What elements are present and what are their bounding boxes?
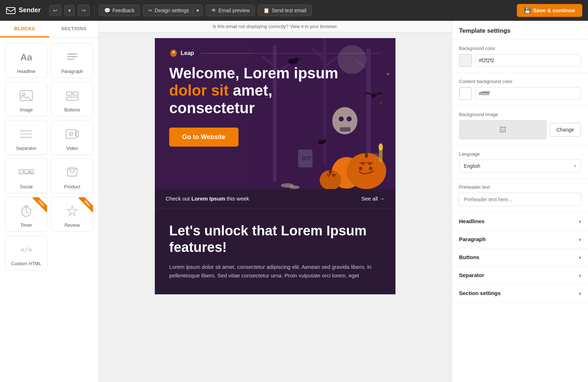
bg-image-preview: 🖼 bbox=[459, 120, 547, 139]
panel-title: Template settings bbox=[452, 21, 588, 40]
redo-button[interactable]: ↪ bbox=[78, 5, 90, 16]
settings-paragraph-expandable[interactable]: Paragraph › bbox=[452, 230, 588, 248]
language-dropdown[interactable]: English ▾ bbox=[459, 160, 581, 172]
email-hero-title: Welcome, Lorem ipsum dolor sit amet, con… bbox=[169, 65, 381, 117]
toolbar: Sender ↩ ▾ ↪ 💬 Feedback ✂ Design setting… bbox=[0, 0, 588, 21]
block-social-label: Social bbox=[20, 184, 32, 189]
settings-bg-image: Background image 🖼 Change bbox=[452, 106, 588, 146]
email-preview-button[interactable]: 👁 Email preview bbox=[206, 5, 255, 16]
block-headline-label: Headline bbox=[17, 69, 35, 74]
sidebar-tabs: BLOCKS SECTIONS bbox=[0, 21, 98, 38]
undo-button[interactable]: ↩ bbox=[49, 5, 61, 16]
block-timer-label: Timer bbox=[20, 222, 32, 228]
block-custom-html-label: Custom HTML bbox=[11, 261, 41, 266]
block-image-label: Image bbox=[20, 107, 33, 112]
buttons-icon bbox=[65, 88, 79, 103]
design-settings-button[interactable]: ✂ Design settings ▾ bbox=[143, 5, 203, 16]
send-test-button[interactable]: 📋 Send test email bbox=[258, 5, 312, 16]
svg-rect-57 bbox=[329, 169, 332, 174]
save-icon: 💾 bbox=[524, 7, 531, 14]
svg-rect-0 bbox=[6, 8, 15, 14]
block-separator[interactable]: Separator bbox=[5, 120, 47, 155]
svg-rect-11 bbox=[20, 137, 32, 138]
headline-icon: Aa bbox=[20, 49, 32, 65]
video-icon bbox=[65, 126, 79, 142]
block-headline[interactable]: Aa Headline bbox=[5, 43, 47, 78]
eye-icon: 👁 bbox=[211, 8, 216, 13]
svg-point-63 bbox=[387, 73, 389, 75]
paragraph-icon bbox=[66, 49, 79, 65]
banner-text: Check out Lorem Ipsum this week bbox=[166, 195, 249, 202]
undo-dropdown-button[interactable]: ▾ bbox=[64, 5, 75, 16]
timer-pro-badge bbox=[29, 197, 47, 215]
block-custom-html[interactable]: </> Custom HTML bbox=[5, 235, 47, 270]
preheader-input[interactable] bbox=[459, 193, 581, 206]
block-separator-label: Separator bbox=[16, 146, 36, 151]
block-social[interactable]: f in Social bbox=[5, 158, 47, 193]
settings-headlines[interactable]: Headlines › bbox=[452, 212, 588, 230]
feedback-icon: 💬 bbox=[104, 8, 110, 13]
settings-buttons-expandable[interactable]: Buttons › bbox=[452, 248, 588, 266]
block-video[interactable]: Video bbox=[51, 120, 93, 155]
svg-rect-7 bbox=[73, 92, 78, 95]
section2-body: Lorem ipsum dolor sit amet, consectetur … bbox=[169, 263, 381, 280]
bg-color-swatch[interactable] bbox=[459, 54, 472, 67]
svg-point-5 bbox=[22, 93, 25, 96]
bg-image-label: Background image bbox=[459, 112, 581, 117]
bg-image-change-button[interactable]: Change bbox=[550, 123, 581, 137]
tab-sections[interactable]: SECTIONS bbox=[49, 21, 98, 37]
banner-link[interactable]: See all → bbox=[361, 195, 385, 202]
block-image[interactable]: Image bbox=[5, 82, 47, 116]
canvas-content: RIP bbox=[99, 32, 452, 382]
content-bg-label: Content background color bbox=[459, 79, 581, 84]
email-hero[interactable]: RIP bbox=[155, 38, 395, 189]
separator-chevron-icon: › bbox=[579, 272, 581, 278]
section2-title: Let's unlock that Lorem Ipsum features! bbox=[169, 223, 381, 256]
settings-content-bg: Content background color bbox=[452, 73, 588, 106]
svg-rect-10 bbox=[20, 134, 32, 134]
content-bg-swatch[interactable] bbox=[459, 87, 472, 100]
svg-rect-6 bbox=[66, 92, 72, 95]
email-container: RIP bbox=[155, 38, 395, 294]
block-review[interactable]: Review bbox=[51, 197, 93, 232]
language-label: Language bbox=[459, 151, 581, 157]
email-banner: Check out Lorem Ipsum this week See all … bbox=[155, 189, 395, 208]
settings-section-settings[interactable]: Section settings › bbox=[452, 284, 588, 302]
review-pro-badge bbox=[75, 197, 93, 215]
svg-point-51 bbox=[369, 167, 372, 170]
block-product[interactable]: Product bbox=[51, 158, 93, 193]
block-buttons-label: Buttons bbox=[64, 107, 80, 112]
svg-rect-3 bbox=[67, 59, 74, 60]
headlines-chevron-icon: › bbox=[579, 218, 581, 224]
bg-color-label: Background color bbox=[459, 46, 581, 51]
svg-rect-52 bbox=[365, 152, 368, 158]
feedback-button[interactable]: 💬 Feedback bbox=[99, 5, 140, 16]
blocks-grid: Aa Headline Paragraph bbox=[0, 38, 98, 275]
separator-icon bbox=[19, 126, 33, 142]
content-bg-input[interactable] bbox=[475, 87, 581, 100]
buttons-chevron-icon: › bbox=[579, 254, 581, 260]
block-product-label: Product bbox=[64, 184, 80, 189]
design-settings-arrow[interactable]: ▾ bbox=[193, 8, 203, 13]
email-hero-cta[interactable]: Go to Website bbox=[169, 128, 239, 147]
image-placeholder-icon: 🖼 bbox=[499, 126, 506, 134]
email-section2: Let's unlock that Lorem Ipsum features! … bbox=[155, 208, 395, 294]
undo-icon: ↩ bbox=[53, 8, 57, 13]
section-settings-chevron-icon: › bbox=[579, 290, 581, 296]
svg-rect-8 bbox=[66, 97, 78, 100]
tab-blocks[interactable]: BLOCKS bbox=[0, 21, 49, 37]
canvas-area: Is this email not displaying correctly? … bbox=[99, 21, 452, 382]
block-paragraph[interactable]: Paragraph bbox=[51, 43, 93, 78]
product-icon bbox=[65, 165, 79, 180]
save-continue-button[interactable]: 💾 Save & continue bbox=[517, 4, 582, 17]
block-timer[interactable]: Timer bbox=[5, 197, 47, 232]
block-review-label: Review bbox=[65, 222, 80, 228]
app-logo: Sender bbox=[6, 5, 41, 15]
block-paragraph-label: Paragraph bbox=[61, 69, 83, 74]
app-name: Sender bbox=[19, 6, 41, 14]
block-buttons[interactable]: Buttons bbox=[51, 82, 93, 116]
svg-point-36 bbox=[294, 57, 298, 62]
settings-separator-expandable[interactable]: Separator › bbox=[452, 266, 588, 284]
svg-rect-15 bbox=[19, 170, 23, 174]
bg-color-input[interactable] bbox=[475, 54, 581, 66]
